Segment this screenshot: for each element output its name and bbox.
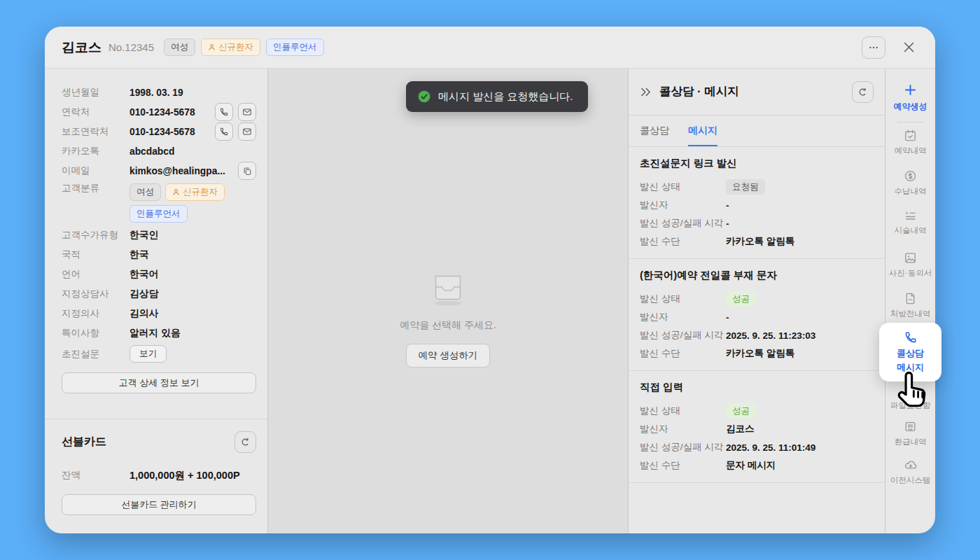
procedure-list-icon xyxy=(904,209,917,222)
message-tabs: 콜상담 메시지 xyxy=(629,115,885,147)
status-badge: 성공 xyxy=(726,403,756,419)
reservation-panel: 메시지 발신을 요청했습니다. 예약을 선택해 주세요. 예약 생성하기 xyxy=(268,69,628,533)
rail-item-procedure-history[interactable]: 시술내역 xyxy=(886,209,935,236)
patient-badges: 여성 신규환자 인플루언서 xyxy=(164,38,324,56)
refund-receipt-icon xyxy=(904,420,917,433)
rail-item-refund-history[interactable]: 환급내역 xyxy=(886,420,935,447)
toast-message: 메시지 발신을 요청했습니다. xyxy=(438,90,573,104)
phone-icon xyxy=(904,330,918,344)
badge-gender: 여성 xyxy=(164,38,195,56)
double-chevron-right-icon xyxy=(640,86,652,98)
status-badge: 성공 xyxy=(726,291,756,307)
call-button[interactable] xyxy=(215,122,233,141)
prescription-icon xyxy=(904,292,917,305)
field-special-note: 특이사항 알러지 있음 xyxy=(62,323,256,343)
rail-item-call-message-active[interactable]: 콜상담 메시지 xyxy=(879,323,941,382)
badge-gender: 여성 xyxy=(130,183,161,201)
more-ellipsis-icon xyxy=(868,42,879,53)
more-button[interactable] xyxy=(862,36,886,59)
call-button[interactable] xyxy=(215,103,233,121)
section-divider xyxy=(45,419,267,419)
message-item: 초진설문지 링크 발신 발신 상태 요청됨 발신자 - 발신 성공/실패 시각 … xyxy=(629,147,885,259)
mail-icon xyxy=(242,127,252,136)
refresh-icon xyxy=(858,87,868,97)
refresh-icon xyxy=(240,437,251,447)
rail-item-payment-history[interactable]: 수납내역 xyxy=(886,169,935,197)
field-balance: 잔액 1,000,000원 + 100,000P xyxy=(62,469,256,482)
rail-divider xyxy=(897,122,923,122)
collapse-panel-button[interactable] xyxy=(640,86,652,98)
dollar-circle-icon xyxy=(904,169,917,183)
phone-icon xyxy=(219,107,229,117)
field-kakaotalk: 카카오톡 abcdabcd xyxy=(62,141,256,161)
patient-info-panel: 생년월일 1998. 03. 19 연락처 010-1234-5678 보조연락… xyxy=(45,69,268,533)
reservation-empty-state: 예약을 선택해 주세요. 예약 생성하기 xyxy=(268,270,628,368)
mail-icon xyxy=(242,107,252,117)
patient-detail-modal: 김코스 No.12345 여성 신규환자 인플루언서 xyxy=(45,27,935,533)
field-first-visit-survey: 초진설문 보기 xyxy=(62,343,256,365)
field-customer-class: 고객분류 여성 신규환자 인플루언서 xyxy=(62,181,256,225)
copy-button[interactable] xyxy=(238,162,256,180)
patient-name: 김코스 xyxy=(62,38,102,57)
sms-button[interactable] xyxy=(238,122,256,141)
rail-item-prescription-history[interactable]: 처방전내역 xyxy=(886,292,935,319)
customer-class-badges: 여성 신규환자 인플루언서 xyxy=(130,182,250,225)
rail-item-file-storage[interactable]: 파일보관함 xyxy=(886,384,935,411)
badge-new-patient: 신규환자 xyxy=(201,38,260,56)
message-item: 직접 입력 발신 상태 성공 발신자 김코스 발신 성공/실패 시각 2025.… xyxy=(629,371,885,483)
survey-view-button[interactable]: 보기 xyxy=(130,345,167,363)
folder-icon xyxy=(904,384,917,397)
rail-item-legacy-system[interactable]: 이전시스템 xyxy=(886,458,935,486)
person-icon xyxy=(208,43,216,51)
rail-item-photos-consent[interactable]: 사진·동의서 xyxy=(886,251,935,279)
calendar-check-icon xyxy=(904,129,917,142)
field-doctor: 지정의사 김의사 xyxy=(62,304,256,323)
prepaid-refresh-button[interactable] xyxy=(234,431,256,453)
status-badge: 요청됨 xyxy=(726,179,765,195)
field-language: 언어 한국어 xyxy=(62,265,256,284)
app-background: 김코스 No.12345 여성 신규환자 인플루언서 xyxy=(0,0,980,560)
message-list[interactable]: 초진설문지 링크 발신 발신 상태 요청됨 발신자 - 발신 성공/실패 시각 … xyxy=(629,147,885,533)
customer-detail-button[interactable]: 고객 상세 정보 보기 xyxy=(62,372,256,393)
badge-influencer: 인플루언서 xyxy=(130,205,188,223)
tab-call-consult[interactable]: 콜상담 xyxy=(640,115,669,146)
cloud-download-icon xyxy=(904,458,918,472)
field-email: 이메일 kimkos@healingpa... xyxy=(62,161,256,181)
badge-new-patient: 신규환자 xyxy=(165,183,225,201)
rail-label-message: 메시지 xyxy=(897,361,924,374)
prepaid-card-title: 선불카드 xyxy=(62,435,106,449)
phone-icon xyxy=(219,127,229,136)
call-message-panel: 콜상담 · 메시지 콜상담 메시지 초진설문지 링크 발신 발신 상태 요청됨 xyxy=(628,69,885,533)
message-panel-header: 콜상담 · 메시지 xyxy=(629,69,885,115)
field-nationality: 국적 한국 xyxy=(62,245,256,265)
person-icon xyxy=(172,188,180,196)
field-fee-type: 고객수가유형 한국인 xyxy=(62,225,256,245)
sms-button[interactable] xyxy=(238,103,256,121)
rail-item-reservation-history[interactable]: 예약내역 xyxy=(886,129,935,156)
plus-icon xyxy=(903,83,918,97)
action-rail: 예약생성 예약내역 수납내역 시술내역 사진·동의서 xyxy=(885,69,935,533)
field-birthdate: 생년월일 1998. 03. 19 xyxy=(62,83,256,102)
photo-icon xyxy=(904,251,917,265)
close-icon xyxy=(902,41,916,54)
empty-state-message: 예약을 선택해 주세요. xyxy=(400,319,496,332)
message-item: (한국어)예약 전일콜 부재 문자 발신 상태 성공 발신자 - 발신 성공/실… xyxy=(629,259,885,371)
empty-inbox-icon xyxy=(426,270,470,308)
tab-message[interactable]: 메시지 xyxy=(688,115,718,146)
close-button[interactable] xyxy=(902,41,916,54)
badge-influencer: 인플루언서 xyxy=(266,38,324,56)
field-phone: 연락처 010-1234-5678 xyxy=(62,102,256,122)
check-circle-icon xyxy=(417,90,431,104)
prepaid-manage-button[interactable]: 선불카드 관리하기 xyxy=(62,494,256,515)
copy-icon xyxy=(243,167,252,176)
balance-value: 1,000,000원 + 100,000P xyxy=(130,469,240,482)
patient-number: No.12345 xyxy=(108,41,154,53)
message-refresh-button[interactable] xyxy=(852,81,874,103)
toast-notification: 메시지 발신을 요청했습니다. xyxy=(406,81,588,112)
field-secondary-phone: 보조연락처 010-1234-5678 xyxy=(62,122,256,141)
create-reservation-button[interactable]: 예약 생성하기 xyxy=(406,344,491,368)
rail-item-create-reservation[interactable]: 예약생성 xyxy=(886,83,935,113)
modal-header: 김코스 No.12345 여성 신규환자 인플루언서 xyxy=(45,27,935,69)
message-panel-title: 콜상담 · 메시지 xyxy=(659,84,844,99)
field-counselor: 지정상담사 김상담 xyxy=(62,284,256,304)
